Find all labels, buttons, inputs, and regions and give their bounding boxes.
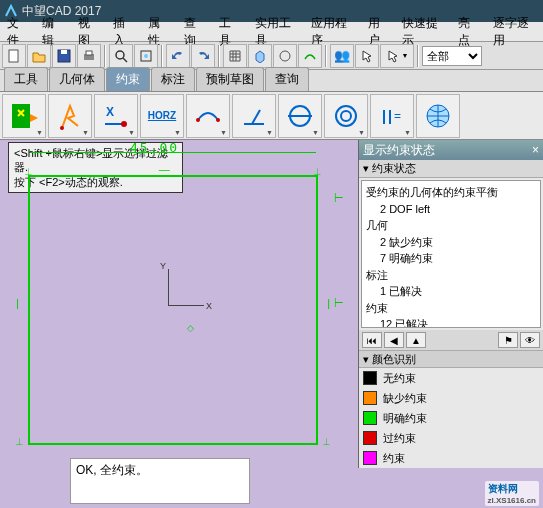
prev-icon[interactable]: ◀ bbox=[384, 332, 404, 348]
perpendicular-constraint-icon[interactable]: ▼ bbox=[232, 94, 276, 138]
grid-icon[interactable] bbox=[223, 44, 247, 68]
svg-line-6 bbox=[123, 58, 127, 62]
drawing-canvas[interactable]: <Shift +鼠标右键>显示选择过滤器. 按下 <F2>动态的观察. 45.0… bbox=[0, 140, 543, 508]
panel-title-text: 显示约束状态 bbox=[363, 142, 435, 159]
color-legend: ▾颜色识别 无约束 缺少约束 明确约束 过约束 约束 bbox=[359, 350, 543, 468]
search-icon[interactable] bbox=[109, 44, 133, 68]
constraint-glyph-icon: ⊢ bbox=[334, 297, 344, 310]
color-row-over: 过约束 bbox=[359, 428, 543, 448]
color-row-full: 明确约束 bbox=[359, 408, 543, 428]
box-icon[interactable] bbox=[248, 44, 272, 68]
panel-title-bar[interactable]: 显示约束状态 × bbox=[359, 140, 543, 160]
equal-constraint-icon[interactable]: =▼ bbox=[370, 94, 414, 138]
zoom-extents-icon[interactable] bbox=[134, 44, 158, 68]
eye-icon[interactable]: 👁 bbox=[520, 332, 540, 348]
svg-text:X: X bbox=[106, 105, 114, 119]
constraint-status-panel: 显示约束状态 × ▾约束状态 受约束的几何体的约束平衡 2 DOF left 几… bbox=[358, 140, 543, 468]
menu-wordbyword[interactable]: 逐字逐用 bbox=[486, 13, 543, 51]
svg-point-8 bbox=[144, 54, 148, 58]
coincident-constraint-icon[interactable]: ▼ bbox=[278, 94, 322, 138]
tab-sketch[interactable]: 预制草图 bbox=[196, 67, 264, 91]
svg-rect-10 bbox=[12, 104, 30, 128]
globe-constraint-icon[interactable] bbox=[416, 94, 460, 138]
svg-line-18 bbox=[252, 110, 260, 124]
color-row-none: 无约束 bbox=[359, 368, 543, 388]
constraint-vert-icon: | bbox=[327, 297, 330, 309]
svg-text:=: = bbox=[394, 109, 401, 123]
dimension-line bbox=[30, 152, 316, 153]
list-item: 约束 bbox=[366, 300, 536, 317]
close-icon[interactable]: × bbox=[532, 143, 539, 157]
surface-icon[interactable] bbox=[298, 44, 322, 68]
separator bbox=[161, 45, 163, 67]
tab-constraint[interactable]: 约束 bbox=[106, 67, 150, 91]
svg-point-15 bbox=[196, 118, 200, 122]
color-row-constraint: 约束 bbox=[359, 448, 543, 468]
print-icon[interactable] bbox=[77, 44, 101, 68]
constraint-toolbar: ▼ ▼ X▼ HORZ▼ ▼ ▼ ▼ ▼ =▼ bbox=[0, 92, 543, 140]
constraint-horiz-icon: — bbox=[159, 163, 170, 175]
constraint-glyph-icon: ⟂ bbox=[16, 435, 23, 447]
list-item: 几何 bbox=[366, 217, 536, 234]
horizontal-constraint-icon[interactable]: HORZ▼ bbox=[140, 94, 184, 138]
list-item: 1 已解决 bbox=[366, 283, 536, 300]
separator bbox=[325, 45, 327, 67]
filter-combo[interactable]: 全部 bbox=[422, 46, 482, 66]
undo-icon[interactable] bbox=[166, 44, 190, 68]
svg-point-21 bbox=[336, 106, 356, 126]
panel-section-header[interactable]: ▾约束状态 bbox=[359, 160, 543, 178]
svg-point-11 bbox=[60, 126, 64, 130]
save-icon[interactable] bbox=[52, 44, 76, 68]
color-row-under: 缺少约束 bbox=[359, 388, 543, 408]
axis-x-label: X bbox=[206, 301, 212, 311]
tab-query[interactable]: 查询 bbox=[265, 67, 309, 91]
exit-sketch-icon[interactable]: ▼ bbox=[2, 94, 46, 138]
first-icon[interactable]: ⏮ bbox=[362, 332, 382, 348]
redo-icon[interactable] bbox=[191, 44, 215, 68]
list-item: 2 DOF left bbox=[366, 201, 536, 218]
select-mode-dropdown[interactable]: ▼ bbox=[380, 44, 414, 68]
menu-bar: 文件 编辑 视图 插入 属性 查询 工具 实用工具 应用程序 用户 快速提示 亮… bbox=[0, 22, 543, 42]
list-item: 标注 bbox=[366, 267, 536, 284]
status-message: OK, 全约束。 bbox=[70, 458, 250, 504]
svg-point-9 bbox=[280, 51, 290, 61]
toolbar-1: 👥 ▼ 全部 bbox=[0, 42, 543, 70]
separator bbox=[417, 45, 419, 67]
list-item: 7 明确约束 bbox=[366, 250, 536, 267]
panel-controls: ⏮ ◀ ▲ ⚑ 👁 bbox=[359, 330, 543, 350]
people-icon[interactable]: 👥 bbox=[330, 44, 354, 68]
auto-constrain-icon[interactable]: ▼ bbox=[48, 94, 92, 138]
constraint-list[interactable]: 受约束的几何体的约束平衡 2 DOF left 几何 2 缺少约束 7 明确约束… bbox=[361, 180, 541, 328]
svg-point-5 bbox=[116, 51, 124, 59]
list-item: 12 已解决 bbox=[366, 316, 536, 328]
constraint-glyph-icon: ⟂ bbox=[323, 435, 330, 447]
svg-rect-2 bbox=[61, 50, 67, 54]
svg-rect-4 bbox=[86, 51, 92, 55]
color-legend-header[interactable]: ▾颜色识别 bbox=[359, 350, 543, 368]
list-item: 受约束的几何体的约束平衡 bbox=[366, 184, 536, 201]
watermark: 资料网 zl.XS1616.cn bbox=[485, 481, 539, 506]
axis-y-label: Y bbox=[160, 261, 166, 271]
sketch-rectangle[interactable]: ⟂ ⟂ ⟂ ⟂ — | | ⊢ ⊢ ◇ bbox=[28, 175, 318, 445]
constraint-glyph-icon: ⊢ bbox=[334, 192, 344, 205]
constraint-glyph-icon: ⟂ bbox=[25, 165, 32, 177]
cursor-icon[interactable] bbox=[355, 44, 379, 68]
tab-dimension[interactable]: 标注 bbox=[151, 67, 195, 91]
flag-icon[interactable]: ⚑ bbox=[498, 332, 518, 348]
concentric-constraint-icon[interactable]: ▼ bbox=[324, 94, 368, 138]
tangent-constraint-icon[interactable]: ▼ bbox=[186, 94, 230, 138]
circle-icon[interactable] bbox=[273, 44, 297, 68]
svg-rect-0 bbox=[9, 50, 18, 62]
separator bbox=[218, 45, 220, 67]
up-icon[interactable]: ▲ bbox=[406, 332, 426, 348]
constraint-glyph-icon: ⟂ bbox=[314, 165, 321, 177]
tab-tools[interactable]: 工具 bbox=[4, 67, 48, 91]
new-icon[interactable] bbox=[2, 44, 26, 68]
svg-point-16 bbox=[216, 118, 220, 122]
tab-geometry[interactable]: 几何体 bbox=[49, 67, 105, 91]
list-item: 2 缺少约束 bbox=[366, 234, 536, 251]
fix-constraint-icon[interactable]: X▼ bbox=[94, 94, 138, 138]
open-icon[interactable] bbox=[27, 44, 51, 68]
svg-point-14 bbox=[121, 121, 127, 127]
ribbon-tabs: 工具 几何体 约束 标注 预制草图 查询 bbox=[0, 70, 543, 92]
